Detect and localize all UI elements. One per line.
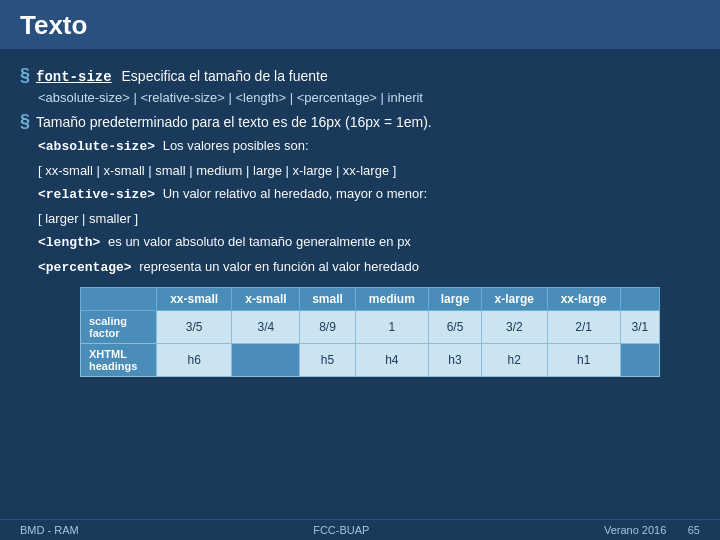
cell-scaling-medium: 1: [355, 311, 428, 344]
content: § font-size Especifica el tamaño de la f…: [0, 49, 720, 519]
relative-size-line: <relative-size> Un valor relativo al her…: [38, 184, 700, 205]
col-header-xx-large: xx-large: [547, 288, 620, 311]
cell-headings-xxlarge: h1: [547, 344, 620, 377]
cell-scaling-xsmall: 3/4: [232, 311, 300, 344]
col-header-xx-small: xx-small: [156, 288, 232, 311]
absolute-values-line: [ xx-small | x-small | small | medium | …: [38, 161, 700, 181]
table-row-scaling: scalingfactor 3/5 3/4 8/9 1 6/5 3/2 2/1 …: [81, 311, 660, 344]
length-line: <length> es un valor absoluto del tamaño…: [38, 232, 700, 253]
cell-headings-large: h3: [428, 344, 481, 377]
cell-scaling-xlarge: 3/2: [482, 311, 548, 344]
font-size-table-wrapper: xx-small x-small small medium large x-la…: [80, 287, 700, 377]
label-scaling: scalingfactor: [81, 311, 157, 344]
cell-scaling-large: 6/5: [428, 311, 481, 344]
footer-right: Verano 2016 65: [604, 524, 700, 536]
relative-values-line: [ larger | smaller ]: [38, 209, 700, 229]
cell-headings-xxsmall: h6: [156, 344, 232, 377]
col-header-empty: [81, 288, 157, 311]
col-header-x-small: x-small: [232, 288, 300, 311]
table-row-headings: XHTMLheadings h6 h5 h4 h3 h2 h1: [81, 344, 660, 377]
bullet-1: §: [20, 65, 30, 86]
section-code-1: font-size Especifica el tamaño de la fue…: [36, 68, 328, 85]
cell-scaling-xxlarge: 2/1: [547, 311, 620, 344]
cell-headings-small: h5: [300, 344, 355, 377]
col-header-x-large: x-large: [482, 288, 548, 311]
cell-headings-xsmall: [232, 344, 300, 377]
section-font-size: § font-size Especifica el tamaño de la f…: [20, 65, 700, 86]
cell-scaling-small: 8/9: [300, 311, 355, 344]
cell-headings-xlarge: h2: [482, 344, 548, 377]
col-header-medium: medium: [355, 288, 428, 311]
cell-scaling-extra: 3/1: [620, 311, 659, 344]
cell-scaling-xxsmall: 3/5: [156, 311, 232, 344]
absolute-size-line: <absolute-size> Los valores posibles son…: [38, 136, 700, 157]
cell-headings-medium: h4: [355, 344, 428, 377]
page-title: Texto: [20, 10, 700, 41]
subtitle-1: <absolute-size> | <relative-size> | <len…: [38, 90, 700, 105]
para1-text: Tamaño predeterminado para el texto es d…: [36, 114, 432, 130]
bullet-2: §: [20, 111, 30, 132]
section-details: § Tamaño predeterminado para el texto es…: [20, 111, 700, 132]
page: Texto § font-size Especifica el tamaño d…: [0, 0, 720, 540]
footer-left: BMD - RAM: [20, 524, 79, 536]
col-header-extra: [620, 288, 659, 311]
col-header-small: small: [300, 288, 355, 311]
font-size-table: xx-small x-small small medium large x-la…: [80, 287, 660, 377]
footer: BMD - RAM FCC-BUAP Verano 2016 65: [0, 519, 720, 540]
cell-headings-extra: [620, 344, 659, 377]
percentage-line: <percentage> representa un valor en func…: [38, 257, 700, 278]
label-headings: XHTMLheadings: [81, 344, 157, 377]
footer-center: FCC-BUAP: [313, 524, 369, 536]
col-header-large: large: [428, 288, 481, 311]
header: Texto: [0, 0, 720, 49]
